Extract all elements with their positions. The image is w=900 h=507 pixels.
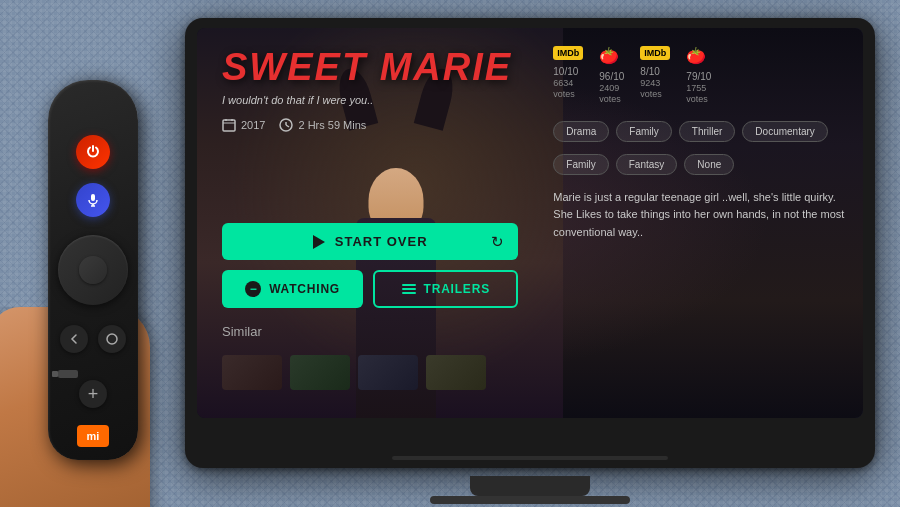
genre-family[interactable]: Family xyxy=(616,121,671,142)
rating-badge-4: 🍅 xyxy=(686,46,706,65)
bottom-nav-buttons xyxy=(60,325,126,353)
home-button[interactable] xyxy=(98,325,126,353)
rating-score-3: 8/10 xyxy=(640,63,659,78)
remote-body: + mi xyxy=(48,80,138,460)
rating-score-4: 79/10 xyxy=(686,68,711,83)
remote-control: + mi xyxy=(28,60,173,480)
ratings-row: IMDb 10/10 6634votes 🍅 xyxy=(553,46,845,105)
right-panel: IMDb 10/10 6634votes 🍅 xyxy=(543,28,863,418)
mic-icon xyxy=(85,192,101,208)
year-value: 2017 xyxy=(241,119,265,131)
genre-thriller[interactable]: Thriller xyxy=(679,121,736,142)
movie-title: SWEET MARIE xyxy=(222,48,518,86)
rating-votes-2: 2409votes xyxy=(599,83,621,105)
mic-button[interactable] xyxy=(76,183,110,217)
similar-label: Similar xyxy=(222,324,518,339)
calendar-icon xyxy=(222,118,236,132)
watching-label: WATCHING xyxy=(269,282,340,296)
year-meta: 2017 xyxy=(222,118,265,132)
rating-badge-2: 🍅 xyxy=(599,46,619,65)
svg-rect-0 xyxy=(223,120,235,131)
tv-stand xyxy=(470,476,590,496)
start-over-button[interactable]: START OVER ↻ xyxy=(222,223,518,260)
tv-bottom-strip xyxy=(392,456,668,460)
genre-drama[interactable]: Drama xyxy=(553,121,609,142)
dpad[interactable] xyxy=(58,235,128,305)
rating-badge-3: IMDb xyxy=(640,46,670,60)
back-button[interactable] xyxy=(60,325,88,353)
clock-icon xyxy=(279,118,293,132)
play-icon xyxy=(313,235,325,249)
minus-icon: − xyxy=(245,281,261,297)
tv-screen: SWEET MARIE I wouldn't do that if I were… xyxy=(197,28,863,418)
list-icon xyxy=(402,284,416,294)
similar-row xyxy=(222,355,518,390)
dpad-center[interactable] xyxy=(79,256,107,284)
genre-fantasy[interactable]: Fantasy xyxy=(616,154,678,175)
rating-score-1: 10/10 xyxy=(553,63,578,78)
mi-logo: mi xyxy=(77,425,109,447)
similar-thumb-4[interactable] xyxy=(426,355,486,390)
usb-dongle xyxy=(58,370,78,378)
svg-rect-7 xyxy=(91,194,95,201)
similar-thumb-1[interactable] xyxy=(222,355,282,390)
genre-documentary[interactable]: Documentary xyxy=(742,121,827,142)
imdb-badge-2: IMDb xyxy=(640,46,670,60)
genre-none[interactable]: None xyxy=(684,154,734,175)
rating-block-1: IMDb 10/10 6634votes xyxy=(553,46,583,105)
imdb-badge-1: IMDb xyxy=(553,46,583,60)
rating-block-2: 🍅 96/10 2409votes xyxy=(599,46,624,105)
similar-thumb-2[interactable] xyxy=(290,355,350,390)
back-icon xyxy=(68,333,80,345)
rating-block-4: 🍅 79/10 1755votes xyxy=(686,46,711,105)
score-value-4: 79 xyxy=(686,71,697,82)
duration-value: 2 Hrs 59 Mins xyxy=(298,119,366,131)
tomato-icon-1: 🍅 xyxy=(599,46,619,65)
start-over-label: START OVER xyxy=(335,234,428,249)
similar-thumb-3[interactable] xyxy=(358,355,418,390)
duration-meta: 2 Hrs 59 Mins xyxy=(279,118,366,132)
movie-tagline: I wouldn't do that if I were you.. xyxy=(222,94,518,106)
tomato-icon-2: 🍅 xyxy=(686,46,706,65)
svg-line-6 xyxy=(286,125,289,127)
button-row-2: − WATCHING TRAILERS xyxy=(222,270,518,308)
screen-content: SWEET MARIE I wouldn't do that if I were… xyxy=(197,28,863,418)
trailers-button[interactable]: TRAILERS xyxy=(373,270,518,308)
svg-point-10 xyxy=(107,334,117,344)
rating-votes-4: 1755votes xyxy=(686,83,708,105)
power-button[interactable] xyxy=(76,135,110,169)
movie-meta: 2017 2 Hrs 59 Mins xyxy=(222,118,518,132)
scene: SWEET MARIE I wouldn't do that if I were… xyxy=(0,0,900,507)
movie-description: Marie is just a regular teenage girl ..w… xyxy=(553,189,845,400)
score-value-2: 96 xyxy=(599,71,610,82)
genres-row-2: Family Fantasy None xyxy=(553,154,845,175)
rating-score-2: 96/10 xyxy=(599,68,624,83)
genre-family-2[interactable]: Family xyxy=(553,154,608,175)
home-icon xyxy=(106,333,118,345)
rating-badge-1: IMDb xyxy=(553,46,583,60)
rating-votes-1: 6634votes xyxy=(553,78,575,100)
refresh-icon: ↻ xyxy=(491,233,504,251)
tv-outer: SWEET MARIE I wouldn't do that if I were… xyxy=(185,18,875,468)
buttons-area: START OVER ↻ − WATCHING xyxy=(222,223,518,390)
score-value-1: 10 xyxy=(553,66,564,77)
power-icon xyxy=(85,144,101,160)
watching-button[interactable]: − WATCHING xyxy=(222,270,363,308)
rating-votes-3: 9243votes xyxy=(640,78,662,100)
genres-row-1: Drama Family Thriller Documentary xyxy=(553,121,845,142)
mi-label: mi xyxy=(87,430,100,442)
rating-block-3: IMDb 8/10 9243votes xyxy=(640,46,670,105)
left-panel: SWEET MARIE I wouldn't do that if I were… xyxy=(197,28,543,418)
trailers-label: TRAILERS xyxy=(424,282,490,296)
plus-button[interactable]: + xyxy=(79,380,107,408)
